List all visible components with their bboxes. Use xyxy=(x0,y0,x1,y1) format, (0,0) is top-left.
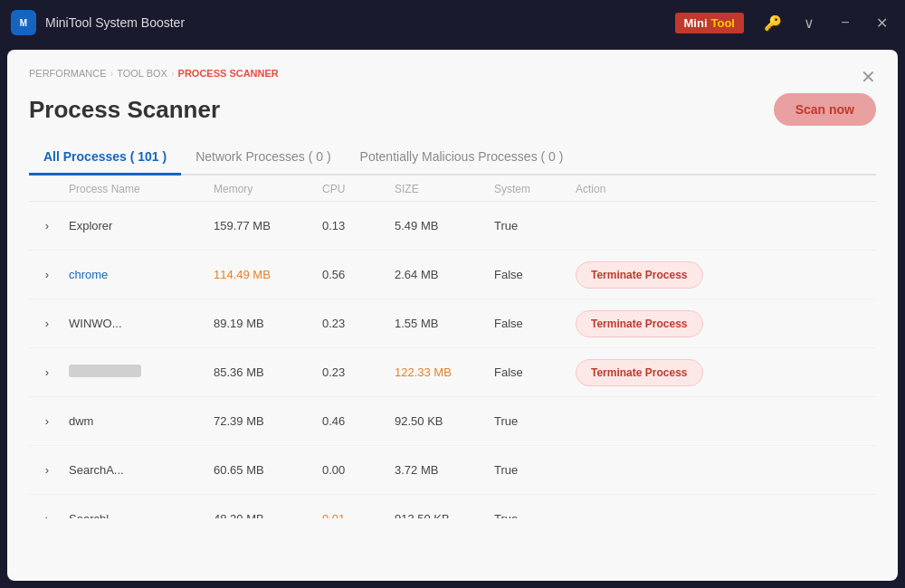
process-cpu: 0.56 xyxy=(319,268,391,281)
brand-tool: Tool xyxy=(711,16,735,30)
table-row: ›Searchl...48.20 MB0.01913.50 KBTrue xyxy=(29,495,876,518)
process-action: Terminate Process xyxy=(572,310,876,337)
blurred-process-name xyxy=(69,365,141,377)
table-row: ›chrome114.49 MB0.562.64 MBFalseTerminat… xyxy=(29,251,876,299)
process-name: dwm xyxy=(65,414,210,428)
process-memory: 48.20 MB xyxy=(210,512,319,518)
process-size: 3.72 MB xyxy=(391,463,491,477)
process-name xyxy=(65,365,210,380)
row-expand-icon[interactable]: › xyxy=(29,268,65,281)
table-header: Process Name Memory CPU SIZE System Acti… xyxy=(29,175,876,202)
breadcrumb-toolbox[interactable]: TOOL BOX xyxy=(117,68,167,79)
col-size: SIZE xyxy=(391,183,491,195)
scan-now-button[interactable]: Scan now xyxy=(774,93,876,126)
table-row: ›dwm72.39 MB0.4692.50 KBTrue xyxy=(29,397,876,446)
svg-text:M: M xyxy=(20,18,27,28)
process-system: True xyxy=(491,463,572,477)
row-expand-icon[interactable]: › xyxy=(29,317,65,330)
process-action: Terminate Process xyxy=(572,359,876,386)
process-name: chrome xyxy=(65,268,210,281)
process-size: 2.64 MB xyxy=(391,268,491,281)
process-name: WINWO... xyxy=(65,317,210,330)
table-row: ›SearchA...60.65 MB0.003.72 MBTrue xyxy=(29,446,876,495)
terminate-process-button[interactable]: Terminate Process xyxy=(576,359,703,386)
tab-all-processes[interactable]: All Processes ( 101 ) xyxy=(29,142,181,175)
breadcrumb-performance[interactable]: PERFORMANCE xyxy=(29,68,107,79)
process-system: True xyxy=(491,512,572,518)
table-row: ›Explorer159.77 MB0.135.49 MBTrue xyxy=(29,202,876,251)
row-expand-icon[interactable]: › xyxy=(29,463,65,477)
tab-network-processes[interactable]: Network Processes ( 0 ) xyxy=(181,142,345,175)
terminate-process-button[interactable]: Terminate Process xyxy=(576,310,703,337)
tab-malicious-processes[interactable]: Potentially Malicious Processes ( 0 ) xyxy=(346,142,578,175)
panel-close-button[interactable]: ✕ xyxy=(861,68,876,86)
col-cpu: CPU xyxy=(319,183,391,195)
col-system: System xyxy=(491,183,572,195)
title-bar: M MiniTool System Booster Mini Tool 🔑 ∨ … xyxy=(0,0,905,45)
row-expand-icon[interactable]: › xyxy=(29,219,65,232)
process-cpu: 0.23 xyxy=(319,365,391,379)
page-title: Process Scanner xyxy=(29,96,220,124)
process-cpu: 0.01 xyxy=(319,512,391,518)
minimize-button[interactable]: − xyxy=(833,10,858,35)
tabs: All Processes ( 101 ) Network Processes … xyxy=(29,142,876,175)
process-name: Searchl... xyxy=(65,512,210,518)
process-memory: 89.19 MB xyxy=(210,317,319,330)
app-logo: M xyxy=(11,10,36,35)
process-memory: 85.36 MB xyxy=(210,365,319,379)
process-size: 1.55 MB xyxy=(391,317,491,330)
col-action: Action xyxy=(572,183,876,195)
process-table: Process Name Memory CPU SIZE System Acti… xyxy=(29,175,876,518)
table-row: ›85.36 MB0.23122.33 MBFalseTerminate Pro… xyxy=(29,348,876,397)
process-system: False xyxy=(491,268,572,281)
brand-mini: Mini xyxy=(684,16,708,30)
process-name: SearchA... xyxy=(65,463,210,477)
process-memory: 159.77 MB xyxy=(210,219,319,232)
process-size: 122.33 MB xyxy=(391,365,491,379)
app-title: MiniTool System Booster xyxy=(45,15,675,30)
process-memory: 114.49 MB xyxy=(210,268,319,281)
process-cpu: 0.13 xyxy=(319,219,391,232)
process-action: Terminate Process xyxy=(572,261,876,289)
process-size: 5.49 MB xyxy=(391,219,491,232)
process-name: Explorer xyxy=(65,219,210,232)
process-cpu: 0.00 xyxy=(319,463,391,477)
process-system: True xyxy=(491,219,572,232)
breadcrumb-current: PROCESS SCANNER xyxy=(178,68,279,79)
process-memory: 60.65 MB xyxy=(210,463,319,477)
key-button[interactable]: 🔑 xyxy=(760,10,786,35)
process-size: 913.50 KB xyxy=(391,512,491,518)
chevron-button[interactable]: ∨ xyxy=(796,10,822,35)
table-body: ›Explorer159.77 MB0.135.49 MBTrue›chrome… xyxy=(29,202,876,518)
window-controls: 🔑 ∨ − ✕ xyxy=(760,10,894,35)
process-cpu: 0.23 xyxy=(319,317,391,330)
process-memory: 72.39 MB xyxy=(210,414,319,428)
terminate-process-button[interactable]: Terminate Process xyxy=(576,261,703,289)
table-row: ›WINWO...89.19 MB0.231.55 MBFalseTermina… xyxy=(29,299,876,348)
brand-logo: Mini Tool xyxy=(675,13,744,33)
process-cpu: 0.46 xyxy=(319,414,391,428)
page-header: Process Scanner Scan now xyxy=(29,93,876,126)
col-memory: Memory xyxy=(210,183,319,195)
col-process-name: Process Name xyxy=(65,183,210,195)
row-expand-icon[interactable]: › xyxy=(29,414,65,428)
window-close-button[interactable]: ✕ xyxy=(869,10,894,35)
main-content: PERFORMANCE › TOOL BOX › PROCESS SCANNER… xyxy=(7,50,898,581)
process-system: False xyxy=(491,317,572,330)
col-expand xyxy=(29,183,65,195)
process-system: False xyxy=(491,365,572,379)
process-system: True xyxy=(491,414,572,428)
row-expand-icon[interactable]: › xyxy=(29,365,65,379)
row-expand-icon[interactable]: › xyxy=(29,512,65,518)
breadcrumb: PERFORMANCE › TOOL BOX › PROCESS SCANNER xyxy=(29,68,876,79)
process-size: 92.50 KB xyxy=(391,414,491,428)
